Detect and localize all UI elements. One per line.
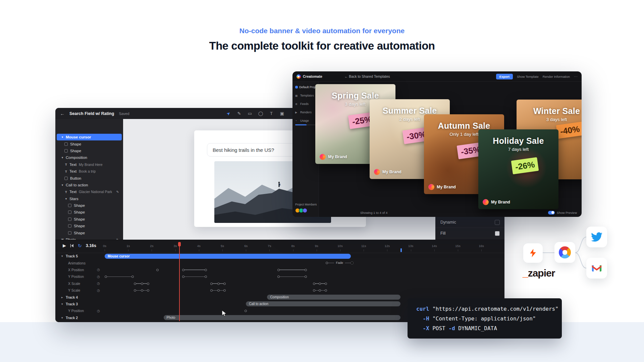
layer-row[interactable]: ▾Composition xyxy=(57,154,122,161)
layer-row[interactable]: TTextGlacier National Park✎ xyxy=(57,188,122,195)
keyframe[interactable] xyxy=(313,283,315,285)
keyframe[interactable] xyxy=(205,269,207,271)
timeline-bar[interactable]: Photo xyxy=(164,315,401,320)
keyframe[interactable] xyxy=(131,276,134,278)
layer-row[interactable]: TTextMy Brand Here xyxy=(57,161,122,168)
fade-label[interactable]: Fade xyxy=(334,261,345,264)
pencil-icon[interactable]: ✎ xyxy=(116,190,119,194)
keyframe[interactable] xyxy=(319,289,321,292)
sidebar-item-renders[interactable]: ▶Renders xyxy=(295,111,316,114)
keyframe[interactable] xyxy=(147,289,149,292)
keyframe[interactable] xyxy=(210,289,213,292)
brand-name: My Brand xyxy=(328,155,347,159)
track-lane[interactable] xyxy=(55,273,504,280)
sidebar-label: Usage xyxy=(300,119,309,122)
ellipse-tool[interactable]: ◯ xyxy=(258,111,264,116)
banner-card[interactable]: Holiday Sale7 days left-26%My Brand xyxy=(478,129,558,209)
keyframe[interactable] xyxy=(277,276,280,278)
select-tool[interactable]: ➤ xyxy=(224,110,232,117)
track-lane[interactable] xyxy=(55,287,504,294)
fill-swatch[interactable] xyxy=(495,231,500,236)
keyframe[interactable] xyxy=(105,276,107,278)
playhead[interactable] xyxy=(179,242,180,321)
keyframe[interactable] xyxy=(210,283,213,285)
usage-progress-bar xyxy=(295,124,316,125)
layer-row[interactable]: ▾Call to action xyxy=(57,182,122,188)
sidebar-item-templates[interactable]: ▦Templates xyxy=(295,94,316,97)
project-members-label: Project Members xyxy=(295,203,317,206)
keyframe[interactable] xyxy=(319,283,321,285)
dynamic-checkbox[interactable] xyxy=(495,220,500,225)
layer-row[interactable]: Shape xyxy=(57,209,122,216)
keyframe[interactable] xyxy=(277,269,280,271)
track-lane[interactable] xyxy=(55,266,504,273)
layer-row[interactable]: Button xyxy=(57,175,122,181)
keyframe[interactable] xyxy=(156,269,159,271)
layer-row[interactable]: ▾Stars xyxy=(57,195,122,202)
track-lane[interactable]: Fade xyxy=(55,259,504,266)
more-menu-icon[interactable]: ⋯ xyxy=(574,74,578,79)
layer-row[interactable]: Shape xyxy=(57,216,122,223)
keyframe[interactable] xyxy=(351,261,354,264)
keyframe[interactable] xyxy=(325,289,327,292)
keyframe[interactable] xyxy=(147,283,149,285)
play-icon[interactable]: ▶ xyxy=(63,243,66,248)
keyframe[interactable] xyxy=(141,283,143,285)
project-switcher[interactable]: Default Project xyxy=(295,85,316,89)
track-row: Y Scale◷ xyxy=(55,287,504,294)
layer-row[interactable]: TTextBook a trip xyxy=(57,168,122,175)
keyframe[interactable] xyxy=(182,276,184,278)
timeline-bar[interactable]: Composition xyxy=(267,295,400,300)
layer-row[interactable]: ▾Mouse cursor xyxy=(57,134,122,140)
feed-actions: Export Show Template Render Information … xyxy=(496,74,578,79)
feeds-icon: ≣ xyxy=(295,103,299,106)
loop-icon[interactable]: ↻ xyxy=(78,243,82,248)
keyframe[interactable] xyxy=(313,289,315,292)
keyframe[interactable] xyxy=(326,262,328,264)
keyframe[interactable] xyxy=(134,283,136,285)
feed-footer: Showing 1 to 4 of 4 Show Preview xyxy=(292,208,582,217)
keyframe[interactable] xyxy=(134,289,136,292)
keyframe[interactable] xyxy=(245,310,247,312)
layer-row[interactable]: Shape xyxy=(57,202,122,209)
layer-row[interactable]: Shape xyxy=(57,229,122,236)
image-tool[interactable]: ▣ xyxy=(279,111,285,116)
sidebar-item-usage[interactable]: ◔Usage xyxy=(295,119,316,122)
ruler-tick xyxy=(340,249,340,251)
render-information-link[interactable]: Render Information xyxy=(543,75,570,78)
keyframe[interactable] xyxy=(305,276,307,278)
banner-feed: Winter Sale3 days left-40%Spring Sale3 d… xyxy=(292,71,582,217)
layer-row[interactable]: Shape xyxy=(57,147,122,154)
track-lane[interactable]: Mouse cursor xyxy=(55,253,504,259)
timeline-bar[interactable]: Call to action xyxy=(246,301,400,306)
keyframe[interactable] xyxy=(217,289,220,292)
show-preview-toggle[interactable] xyxy=(548,211,555,215)
ruler-tick xyxy=(222,249,223,251)
skip-back-icon[interactable] xyxy=(70,244,74,248)
timeline-ruler[interactable]: 0s1s2s3s4s5s6s7s8s9s10s11s12s13s14s15s16… xyxy=(55,240,504,253)
export-button[interactable]: Export xyxy=(496,74,513,79)
keyframe[interactable] xyxy=(141,289,143,292)
track-lane[interactable] xyxy=(55,280,504,287)
back-icon[interactable]: ← xyxy=(60,111,65,116)
keyframe[interactable] xyxy=(325,283,327,285)
composition-end-marker[interactable] xyxy=(400,248,402,252)
layer-row[interactable]: Shape xyxy=(57,223,122,229)
keyframe[interactable] xyxy=(205,276,207,278)
keyframe[interactable] xyxy=(217,283,220,285)
pen-tool[interactable]: ✎ xyxy=(236,111,242,116)
timeline-bar[interactable]: Mouse cursor xyxy=(105,254,351,259)
layer-label: Call to action xyxy=(66,183,88,187)
layer-row[interactable]: Shape xyxy=(57,140,122,147)
show-template-link[interactable]: Show Template xyxy=(517,75,539,78)
keyframe[interactable] xyxy=(223,283,226,285)
breadcrumb[interactable]: ← Back to Shared Templates xyxy=(344,74,390,78)
rect-tool[interactable]: ▭ xyxy=(247,111,253,116)
keyframe[interactable] xyxy=(305,269,307,271)
text-tool[interactable]: T xyxy=(268,111,274,116)
sidebar-item-feeds[interactable]: ≣Feeds xyxy=(295,102,316,106)
playhead-handle[interactable] xyxy=(178,242,181,246)
keyframe[interactable] xyxy=(182,269,184,271)
keyframe[interactable] xyxy=(223,289,226,292)
text-layer-icon: T xyxy=(64,190,68,194)
